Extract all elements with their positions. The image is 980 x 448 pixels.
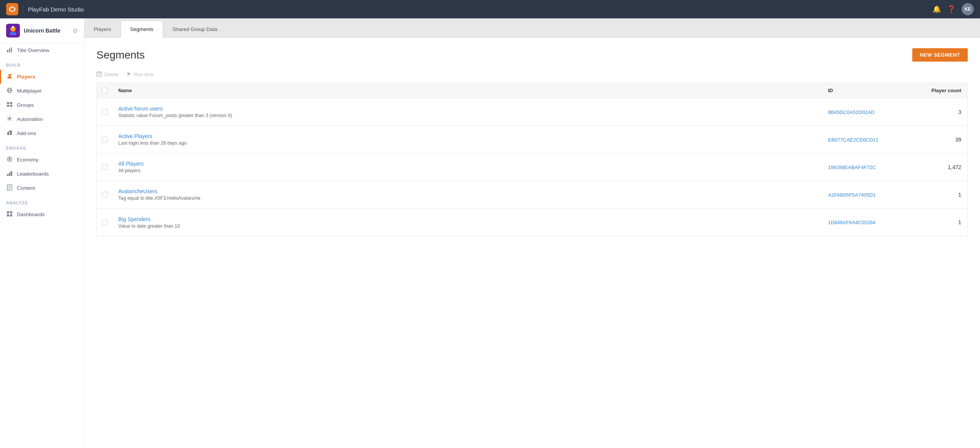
segment-desc: Tag equal to title.A5F3.HelloAvalanche	[118, 195, 816, 201]
addons-icon	[6, 130, 13, 137]
automation-icon	[6, 116, 13, 123]
sidebar-item-leaderboards[interactable]: Leaderboards	[0, 167, 84, 181]
groups-icon	[6, 101, 13, 109]
sidebar-item-content[interactable]: Content	[0, 181, 84, 195]
game-icon	[6, 24, 20, 37]
select-all-checkbox[interactable]	[102, 88, 108, 93]
analyze-section-label: ANALYZE	[0, 195, 84, 207]
engage-section-label: ENGAGE	[0, 140, 84, 153]
sidebar-item-economy[interactable]: Economy	[0, 153, 84, 167]
content-icon	[6, 184, 13, 192]
user-avatar[interactable]: KE	[962, 3, 974, 15]
row-checkbox-cell	[97, 137, 112, 142]
sidebar-item-addons[interactable]: Add-ons	[0, 126, 84, 140]
sidebar-item-label: Title Overview	[17, 47, 49, 53]
svg-point-9	[8, 74, 11, 76]
svg-rect-19	[7, 132, 9, 135]
sidebar-item-players[interactable]: Players	[0, 70, 84, 84]
run-task-action: Run task	[126, 71, 154, 78]
svg-rect-22	[7, 174, 8, 176]
segment-id-link[interactable]: A2FAB05F5A7405D1	[828, 192, 875, 198]
top-nav: PlayFab Demo Studio 🔔 ❓ KE	[0, 0, 980, 18]
svg-rect-29	[7, 211, 9, 213]
svg-rect-7	[9, 49, 10, 52]
sidebar-item-multiplayer[interactable]: Multiplayer	[0, 84, 84, 98]
page-header: Segments NEW SEGMENT	[96, 48, 968, 62]
new-segment-button[interactable]: NEW SEGMENT	[912, 48, 968, 62]
row-3-checkbox[interactable]	[102, 164, 108, 170]
header-player-count: Player count	[906, 88, 967, 93]
page-title: Segments	[96, 49, 145, 61]
svg-rect-31	[7, 214, 9, 217]
segment-id-link[interactable]: 1D848AF6A4C55264	[828, 220, 875, 225]
svg-rect-14	[7, 102, 9, 104]
row-1-id-cell: 8B45DC0A52D02AD	[822, 104, 906, 120]
row-4-checkbox[interactable]	[102, 192, 108, 197]
row-1-checkbox[interactable]	[102, 109, 108, 115]
tab-players[interactable]: Players	[84, 21, 121, 37]
economy-icon	[6, 156, 13, 163]
dashboards-icon	[6, 211, 13, 218]
table-row: Big Spenders Value to date greater than …	[97, 209, 967, 236]
svg-rect-6	[7, 50, 8, 52]
help-icon[interactable]: ❓	[947, 5, 956, 13]
segment-desc: Value to date greater than 10	[118, 223, 816, 229]
row-1-count-cell: 3	[906, 104, 967, 120]
main-content: Players Segments Shared Group Data Segme…	[84, 18, 980, 448]
row-5-checkbox[interactable]	[102, 220, 108, 225]
table-row: All Players All players 199288EABAF4F72C…	[97, 153, 967, 181]
tab-segments[interactable]: Segments	[121, 21, 163, 37]
segment-desc: Statistic value Forum_posts greater than…	[118, 113, 816, 118]
game-name: Unicorn Battle	[24, 28, 69, 34]
svg-rect-24	[11, 171, 12, 176]
sidebar-item-groups[interactable]: Groups	[0, 98, 84, 112]
segment-name-link[interactable]: Big Spenders	[118, 216, 816, 222]
settings-icon[interactable]: ⚙	[72, 27, 78, 34]
row-3-id-cell: 199288EABAF4F72C	[822, 159, 906, 175]
segment-name-link[interactable]: All Players	[118, 161, 816, 167]
multiplayer-icon	[6, 87, 13, 94]
svg-rect-20	[10, 130, 12, 135]
app-logo[interactable]	[6, 3, 18, 15]
sidebar-item-label: Content	[17, 185, 35, 191]
svg-rect-16	[7, 105, 9, 107]
sidebar: Unicorn Battle ⚙ Title Overview BUILD	[0, 18, 84, 448]
segment-id-link[interactable]: EB077CAE2CE6CD11	[828, 137, 879, 143]
player-count: 1,472	[948, 164, 961, 170]
row-3-count-cell: 1,472	[906, 159, 967, 175]
svg-point-18	[8, 117, 11, 120]
segment-id-link[interactable]: 199288EABAF4F72C	[828, 165, 876, 170]
segment-id-link[interactable]: 8B45DC0A52D02AD	[828, 109, 874, 115]
sidebar-item-label: Players	[17, 74, 35, 80]
row-2-name-cell: Active Players Last login less than 28 d…	[112, 129, 822, 150]
header-id: ID	[822, 88, 906, 93]
row-2-count-cell: 39	[906, 132, 967, 148]
row-5-id-cell: 1D848AF6A4C55264	[822, 214, 906, 230]
notification-icon[interactable]: 🔔	[933, 5, 941, 13]
sidebar-item-title-overview[interactable]: Title Overview	[0, 43, 84, 57]
player-count: 1	[958, 192, 961, 198]
segment-desc: All players	[118, 168, 816, 173]
content-area: Segments NEW SEGMENT	[84, 37, 980, 448]
svg-marker-38	[127, 72, 131, 76]
segment-name-link[interactable]: AvalancheUsers	[118, 188, 816, 194]
row-checkbox-cell	[97, 109, 112, 115]
row-3-name-cell: All Players All players	[112, 156, 822, 178]
player-count: 3	[958, 109, 961, 115]
svg-point-10	[11, 74, 12, 75]
row-checkbox-cell	[97, 220, 112, 225]
header-checkbox-cell	[97, 88, 112, 93]
sidebar-item-automation[interactable]: Automation	[0, 112, 84, 126]
row-2-checkbox[interactable]	[102, 137, 108, 142]
run-task-icon	[126, 71, 132, 78]
tab-shared-group-data[interactable]: Shared Group Data	[163, 21, 227, 37]
segment-name-link[interactable]: Active forum users	[118, 106, 816, 112]
segment-name-link[interactable]: Active Players	[118, 133, 816, 139]
table-row: Active Players Last login less than 28 d…	[97, 126, 967, 153]
sidebar-item-label: Automation	[17, 116, 43, 122]
row-checkbox-cell	[97, 192, 112, 197]
row-4-name-cell: AvalancheUsers Tag equal to title.A5F3.H…	[112, 184, 822, 205]
sidebar-item-dashboards[interactable]: Dashboards	[0, 207, 84, 222]
row-5-count-cell: 1	[906, 214, 967, 230]
game-header: Unicorn Battle ⚙	[0, 18, 84, 43]
